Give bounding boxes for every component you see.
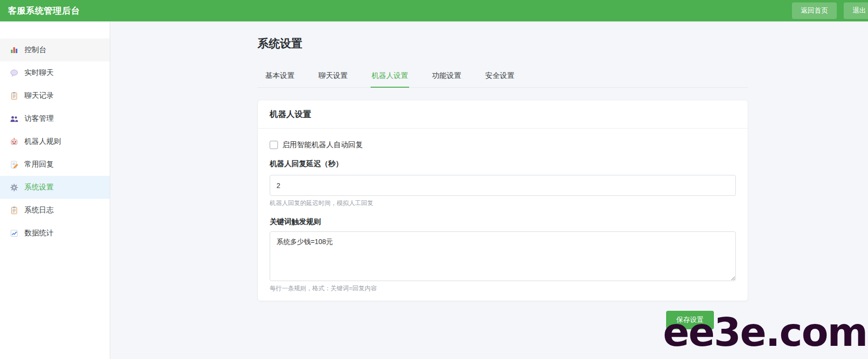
log-icon [10, 206, 19, 215]
sidebar-item-system-settings[interactable]: 系统设置 [0, 176, 110, 199]
sidebar-item-label: 常用回复 [24, 160, 54, 169]
tab-robot-settings[interactable]: 机器人设置 [371, 71, 409, 88]
sidebar-item-robot-rules[interactable]: 机器人规则 [0, 130, 110, 153]
sidebar-nav: 控制台 实时聊天 聊天记录 访客管理 机器人规则 常用回复 系统 [0, 21, 110, 359]
main-content-area: 系统设置 基本设置 聊天设置 机器人设置 功能设置 安全设置 机器人设置 启用智… [110, 21, 868, 359]
top-header-bar: 客服系统管理后台 返回首页 退出 [0, 0, 868, 21]
tab-feature-settings[interactable]: 功能设置 [431, 71, 462, 88]
sidebar-item-label: 聊天记录 [24, 91, 54, 100]
header-actions: 返回首页 退出 [792, 2, 868, 19]
sidebar-item-chat-history[interactable]: 聊天记录 [0, 84, 110, 107]
back-home-button[interactable]: 返回首页 [792, 2, 837, 19]
stats-icon [10, 229, 19, 238]
sidebar-item-statistics[interactable]: 数据统计 [0, 222, 110, 245]
tab-chat-settings[interactable]: 聊天设置 [317, 71, 349, 88]
sidebar-item-label: 系统日志 [24, 206, 54, 215]
tab-security-settings[interactable]: 安全设置 [484, 71, 515, 88]
rules-hint: 每行一条规则，格式：关键词=回复内容 [270, 284, 736, 293]
clipboard-icon [10, 92, 19, 100]
delay-hint: 机器人回复的延迟时间，模拟人工回复 [270, 199, 736, 208]
app-title: 客服系统管理后台 [8, 5, 80, 17]
robot-settings-card: 机器人设置 启用智能机器人自动回复 机器人回复延迟（秒） 机器人回复的延迟时间，… [257, 100, 748, 301]
sidebar-item-label: 机器人规则 [24, 137, 61, 146]
card-title: 机器人设置 [258, 100, 748, 129]
sidebar-item-label: 数据统计 [24, 228, 54, 238]
card-body: 启用智能机器人自动回复 机器人回复延迟（秒） 机器人回复的延迟时间，模拟人工回复… [258, 129, 748, 301]
tab-basic-settings[interactable]: 基本设置 [264, 71, 296, 88]
sidebar-item-label: 控制台 [24, 45, 46, 55]
dashboard-icon [10, 46, 19, 55]
enable-robot-row[interactable]: 启用智能机器人自动回复 [270, 140, 736, 150]
sidebar-item-label: 实时聊天 [24, 68, 54, 77]
robot-enable-label: 启用智能机器人自动回复 [282, 140, 363, 150]
robot-enable-checkbox[interactable] [270, 141, 278, 149]
sidebar-item-label: 系统设置 [24, 183, 54, 192]
gear-icon [10, 183, 19, 192]
rules-field-label: 关键词触发规则 [270, 217, 736, 227]
logout-button[interactable]: 退出 [844, 2, 868, 19]
sidebar-item-dashboard[interactable]: 控制台 [0, 38, 110, 61]
settings-content: 系统设置 基本设置 聊天设置 机器人设置 功能设置 安全设置 机器人设置 启用智… [257, 21, 748, 329]
sidebar-item-visitors[interactable]: 访客管理 [0, 107, 110, 130]
visitors-icon [10, 114, 19, 123]
delay-field-label: 机器人回复延迟（秒） [270, 159, 736, 169]
sidebar-item-quick-replies[interactable]: 常用回复 [0, 153, 110, 176]
robot-icon [10, 137, 19, 146]
save-settings-button[interactable]: 保存设置 [666, 311, 714, 329]
settings-tab-bar: 基本设置 聊天设置 机器人设置 功能设置 安全设置 [257, 71, 748, 88]
page-title: 系统设置 [257, 36, 748, 51]
sidebar-item-live-chat[interactable]: 实时聊天 [0, 61, 110, 84]
memo-icon [10, 160, 19, 169]
save-row: 保存设置 [257, 311, 748, 329]
sidebar-item-system-logs[interactable]: 系统日志 [0, 199, 110, 222]
rules-textarea[interactable]: 系统多少钱=108元 [270, 231, 736, 281]
sidebar-item-label: 访客管理 [24, 114, 54, 123]
chat-icon [10, 69, 19, 77]
delay-input[interactable] [270, 175, 736, 196]
